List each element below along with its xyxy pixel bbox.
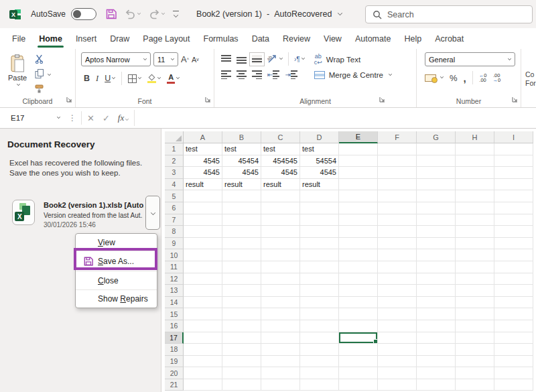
merge-and-centre-button[interactable]: Merge & Centre bbox=[314, 71, 392, 79]
cell-I1[interactable] bbox=[494, 143, 533, 155]
cell-A12[interactable] bbox=[184, 273, 222, 285]
row-header-6[interactable]: 6 bbox=[165, 202, 184, 214]
cell-C19[interactable] bbox=[261, 356, 300, 368]
column-header-g[interactable]: G bbox=[417, 131, 456, 143]
cell-I21[interactable] bbox=[494, 379, 533, 391]
cell-A17[interactable] bbox=[184, 332, 222, 344]
cell-F8[interactable] bbox=[378, 226, 417, 238]
cell-C6[interactable] bbox=[261, 202, 300, 214]
wrap-text-button[interactable]: abc↩Wrap Text bbox=[314, 54, 392, 66]
cell-A15[interactable] bbox=[184, 308, 222, 320]
cell-I7[interactable] bbox=[494, 214, 533, 226]
cell-C14[interactable] bbox=[261, 297, 300, 309]
cell-F20[interactable] bbox=[378, 367, 417, 379]
menu-item-show-repairs[interactable]: Show Repairs bbox=[76, 289, 157, 308]
cell-D16[interactable] bbox=[300, 320, 339, 332]
cell-D19[interactable] bbox=[300, 356, 339, 368]
cell-G17[interactable] bbox=[417, 332, 456, 344]
cell-A5[interactable] bbox=[184, 190, 222, 202]
cell-C4[interactable]: result bbox=[261, 179, 300, 191]
cell-A11[interactable] bbox=[184, 261, 222, 273]
cell-F9[interactable] bbox=[378, 238, 417, 250]
cell-C20[interactable] bbox=[261, 367, 300, 379]
cell-D12[interactable] bbox=[300, 273, 339, 285]
document-title[interactable]: Book2 (version 1) - AutoRecovered bbox=[196, 9, 342, 19]
cell-D3[interactable]: 4545 bbox=[300, 167, 339, 179]
cell-I3[interactable] bbox=[494, 167, 533, 179]
cell-C10[interactable] bbox=[261, 249, 300, 261]
cell-A7[interactable] bbox=[184, 214, 222, 226]
cell-D5[interactable] bbox=[300, 190, 339, 202]
cell-E16[interactable] bbox=[339, 320, 378, 332]
cell-H2[interactable] bbox=[456, 155, 494, 168]
cell-H10[interactable] bbox=[456, 249, 494, 261]
cell-I12[interactable] bbox=[494, 273, 533, 285]
number-dialog-launcher-icon[interactable] bbox=[512, 93, 518, 105]
clipboard-dialog-launcher-icon[interactable] bbox=[66, 93, 72, 105]
cell-D14[interactable] bbox=[300, 297, 339, 309]
row-header-2[interactable]: 2 bbox=[165, 155, 184, 168]
cell-H6[interactable] bbox=[456, 202, 494, 214]
copy-icon[interactable] bbox=[35, 69, 44, 81]
format-painter-icon[interactable] bbox=[35, 84, 44, 96]
cell-B7[interactable] bbox=[222, 214, 261, 226]
cell-E4[interactable] bbox=[339, 179, 378, 191]
cell-B15[interactable] bbox=[222, 308, 261, 320]
customize-qat-icon[interactable] bbox=[173, 11, 179, 18]
cell-F17[interactable] bbox=[378, 332, 417, 344]
cell-C21[interactable] bbox=[261, 379, 300, 391]
accounting-dropdown-icon[interactable] bbox=[440, 75, 444, 78]
select-all-corner[interactable] bbox=[165, 131, 184, 143]
tab-review[interactable]: Review bbox=[276, 28, 317, 49]
underline-button[interactable]: U bbox=[105, 74, 115, 83]
search-box[interactable] bbox=[365, 5, 533, 23]
cell-D20[interactable] bbox=[300, 367, 339, 379]
row-header-14[interactable]: 14 bbox=[165, 297, 184, 309]
menu-item-view[interactable]: View bbox=[76, 234, 157, 251]
cell-G10[interactable] bbox=[417, 249, 456, 261]
cell-E10[interactable] bbox=[339, 249, 378, 261]
cell-G15[interactable] bbox=[417, 308, 456, 320]
row-header-1[interactable]: 1 bbox=[165, 143, 184, 155]
cell-F13[interactable] bbox=[378, 285, 417, 297]
column-header-f[interactable]: F bbox=[378, 131, 417, 143]
cell-A16[interactable] bbox=[184, 320, 222, 332]
paste-dropdown-icon[interactable] bbox=[16, 82, 19, 86]
cell-E14[interactable] bbox=[339, 297, 378, 309]
cell-A3[interactable]: 4545 bbox=[184, 167, 222, 179]
cell-E18[interactable] bbox=[339, 344, 378, 356]
cell-A9[interactable] bbox=[184, 238, 222, 250]
cell-B17[interactable] bbox=[222, 332, 261, 344]
cell-G9[interactable] bbox=[417, 238, 456, 250]
cell-E11[interactable] bbox=[339, 261, 378, 273]
cell-A21[interactable] bbox=[184, 379, 222, 391]
cell-G4[interactable] bbox=[417, 179, 456, 191]
cell-D18[interactable] bbox=[300, 344, 339, 356]
cell-B5[interactable] bbox=[222, 190, 261, 202]
cell-H7[interactable] bbox=[456, 214, 494, 226]
cell-I11[interactable] bbox=[494, 261, 533, 273]
increase-decimal-button[interactable]: ←0.00 bbox=[479, 73, 487, 82]
cell-B10[interactable] bbox=[222, 249, 261, 261]
cell-E21[interactable] bbox=[339, 379, 378, 391]
cell-C3[interactable]: 4545 bbox=[261, 167, 300, 179]
name-box-dropdown-icon[interactable] bbox=[57, 115, 60, 119]
cell-E2[interactable] bbox=[339, 155, 378, 168]
column-header-d[interactable]: D bbox=[300, 131, 339, 143]
tab-home[interactable]: Home bbox=[32, 28, 69, 49]
cell-H8[interactable] bbox=[456, 226, 494, 238]
enter-icon[interactable]: ✓ bbox=[103, 113, 110, 123]
cell-B20[interactable] bbox=[222, 367, 261, 379]
cell-H18[interactable] bbox=[456, 344, 494, 356]
cell-D6[interactable] bbox=[300, 202, 339, 214]
autosave-toggle[interactable] bbox=[71, 8, 96, 20]
row-header-19[interactable]: 19 bbox=[165, 356, 184, 368]
row-header-20[interactable]: 20 bbox=[165, 367, 184, 379]
cell-A6[interactable] bbox=[184, 202, 222, 214]
redo-icon[interactable] bbox=[149, 9, 165, 19]
font-color-dropdown-icon[interactable] bbox=[176, 76, 180, 79]
cell-I9[interactable] bbox=[494, 238, 533, 250]
cell-H13[interactable] bbox=[456, 285, 494, 297]
cell-B8[interactable] bbox=[222, 226, 261, 238]
file-options-dropdown-button[interactable] bbox=[145, 196, 160, 230]
